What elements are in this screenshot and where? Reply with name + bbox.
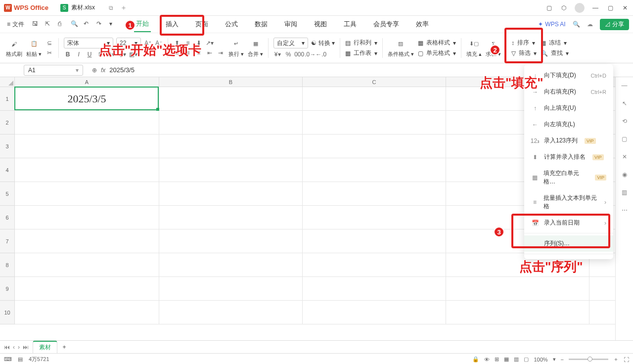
italic-icon[interactable]: I	[75, 50, 83, 58]
zoom-out-icon[interactable]: −	[561, 357, 564, 363]
cell[interactable]	[159, 277, 303, 300]
row-header[interactable]: 6	[0, 206, 14, 229]
cell[interactable]	[15, 135, 159, 158]
cloud-icon[interactable]: ☁	[587, 21, 593, 28]
cell[interactable]	[159, 87, 303, 110]
file-menu[interactable]: ≡ 文件	[4, 19, 27, 30]
cell[interactable]	[159, 182, 303, 205]
tab-clone-icon[interactable]: ⧉	[109, 4, 113, 11]
side-clipboard-icon[interactable]: ▢	[622, 136, 627, 142]
sort-button[interactable]: ↕ 排序 ▾	[511, 39, 537, 47]
convert-button[interactable]: ☯ 转换 ▾	[311, 39, 335, 47]
sheet-tab[interactable]: 素材	[33, 341, 57, 353]
cell[interactable]	[303, 301, 446, 324]
sheet-button[interactable]: ▦ 工作表 ▾	[345, 49, 377, 57]
cell[interactable]	[303, 135, 446, 158]
side-tools-icon[interactable]: ✕	[622, 153, 627, 160]
align-bot-icon[interactable]: ⬇	[195, 39, 203, 47]
freeze-button[interactable]: ▦ 冻结 ▾	[541, 39, 569, 47]
currency-icon[interactable]: ¥▾	[273, 50, 281, 58]
tab-efficiency[interactable]: 效率	[414, 17, 431, 32]
font-color-icon[interactable]: A▾	[107, 50, 115, 58]
cell[interactable]	[159, 206, 303, 229]
side-chart-icon[interactable]: ◉	[622, 171, 627, 178]
search-icon[interactable]: 🔍	[573, 21, 580, 28]
name-box[interactable]: A1▾	[24, 65, 83, 76]
zoom-value[interactable]: 100%	[534, 357, 547, 363]
side-settings-icon[interactable]: ⟲	[622, 118, 627, 125]
wps-ai-button[interactable]: ✦ WPS AI	[538, 21, 565, 28]
status-encrypt-icon[interactable]: 🔒	[472, 356, 479, 363]
cell[interactable]	[303, 111, 446, 134]
fill-blank-item[interactable]: ▦填充空白单元格…VIP	[524, 165, 613, 190]
file-tab[interactable]: S 素材.xlsx	[55, 1, 100, 14]
fill-down-item[interactable]: ↓向下填充(D)Ctrl+D	[524, 67, 613, 84]
side-data-icon[interactable]: ▥	[622, 189, 627, 196]
merge-button[interactable]: ▦合并 ▾	[248, 39, 263, 58]
cell[interactable]	[303, 277, 446, 300]
row-header[interactable]: 8	[0, 253, 14, 277]
cell-format-button[interactable]: ▢ 单元格式 ▾	[418, 49, 456, 57]
align-left-icon[interactable]: ≡	[173, 49, 181, 57]
tab-add-icon[interactable]: ＋	[120, 3, 127, 12]
cell[interactable]	[15, 253, 159, 276]
prev-sheet-icon[interactable]: ‹	[13, 344, 15, 351]
side-select-icon[interactable]: ↖	[622, 100, 627, 107]
tab-insert[interactable]: 插入	[164, 17, 181, 32]
cut-icon[interactable]: ✂	[45, 49, 53, 57]
dec-dec-icon[interactable]: ←.0	[317, 50, 325, 58]
bold-icon[interactable]: B	[64, 50, 72, 58]
window-restore-icon[interactable]: ▢	[545, 4, 553, 12]
save-icon[interactable]: 🖫	[32, 20, 40, 28]
row-header[interactable]: 2	[0, 111, 14, 135]
filter-button[interactable]: ▽ 筛选 ▾	[511, 49, 537, 57]
cell[interactable]	[159, 158, 303, 182]
row-header[interactable]: 1	[0, 87, 14, 111]
col-header[interactable]: A	[15, 77, 159, 87]
inc-dec-icon[interactable]: .0→	[306, 50, 314, 58]
cell[interactable]	[15, 182, 159, 205]
rowcol-button[interactable]: ▤ 行和列 ▾	[345, 39, 377, 47]
align-top-icon[interactable]: ⬆	[173, 39, 181, 47]
side-collapse-icon[interactable]: —	[622, 82, 628, 89]
qat-dropdown-icon[interactable]: ▾	[109, 20, 117, 28]
fill-123-item[interactable]: 12₃录入123序列VIP	[524, 133, 613, 149]
row-header[interactable]: 7	[0, 229, 14, 253]
tab-data[interactable]: 数据	[253, 17, 270, 32]
redo-icon[interactable]: ↷	[96, 20, 104, 28]
tab-tools[interactable]: 工具	[342, 17, 359, 32]
view-normal-icon[interactable]: ▦	[504, 356, 509, 363]
increase-font-icon[interactable]: A⁺	[144, 39, 152, 47]
maximize-icon[interactable]: ▢	[606, 4, 614, 12]
minimize-icon[interactable]: —	[591, 4, 599, 12]
outdent-icon[interactable]: ⇥	[217, 49, 225, 57]
tab-view[interactable]: 视图	[312, 17, 329, 32]
status-grid-icon[interactable]: ⊞	[495, 356, 499, 363]
fill-up-item[interactable]: ↑向上填充(U)	[524, 100, 613, 116]
fill-button[interactable]: ⬇▢填充 ▴	[466, 39, 482, 58]
first-sheet-icon[interactable]: ⏮	[4, 344, 10, 351]
zoom-in-icon[interactable]: ＋	[613, 356, 619, 363]
cell[interactable]	[303, 253, 446, 276]
decrease-font-icon[interactable]: A⁻	[155, 39, 163, 47]
view-break-icon[interactable]: ▢	[524, 356, 529, 363]
cell[interactable]	[159, 135, 303, 158]
col-header[interactable]: B	[159, 77, 303, 87]
zoom-fx-icon[interactable]: ⊕	[92, 67, 97, 74]
indent-icon[interactable]: ⇤	[206, 49, 214, 57]
fill-series-item[interactable]: 序列(S)…	[524, 235, 613, 252]
share-button[interactable]: ⊿ 分享	[600, 19, 629, 30]
cell[interactable]	[303, 229, 446, 253]
underline-icon[interactable]: U	[86, 50, 93, 58]
fill-batch-text-item[interactable]: ≡批量插入文本到单元格›	[524, 190, 613, 215]
cell[interactable]	[159, 229, 303, 253]
cell[interactable]	[15, 158, 159, 182]
tab-formula[interactable]: 公式	[223, 17, 240, 32]
status-view-icon[interactable]: 👁	[484, 357, 490, 363]
cell[interactable]	[446, 277, 589, 300]
cube-icon[interactable]: ⬡	[560, 4, 568, 12]
cell[interactable]	[15, 206, 159, 229]
row-header[interactable]: 4	[0, 158, 14, 182]
zoom-slider[interactable]	[569, 359, 608, 360]
paste-button[interactable]: 📋粘贴 ▾	[26, 39, 42, 58]
